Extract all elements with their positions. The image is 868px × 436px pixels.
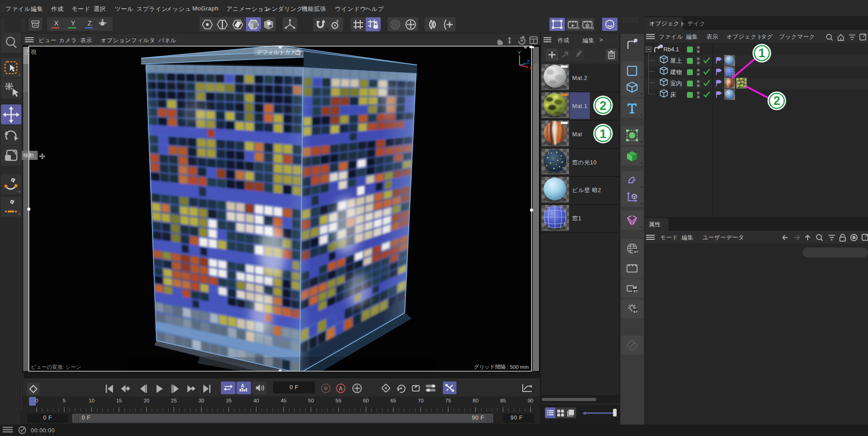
- svg-text:1: 1: [599, 127, 606, 141]
- svg-text:2: 2: [599, 99, 606, 113]
- svg-text:1: 1: [758, 46, 765, 60]
- svg-text:2: 2: [773, 94, 780, 108]
